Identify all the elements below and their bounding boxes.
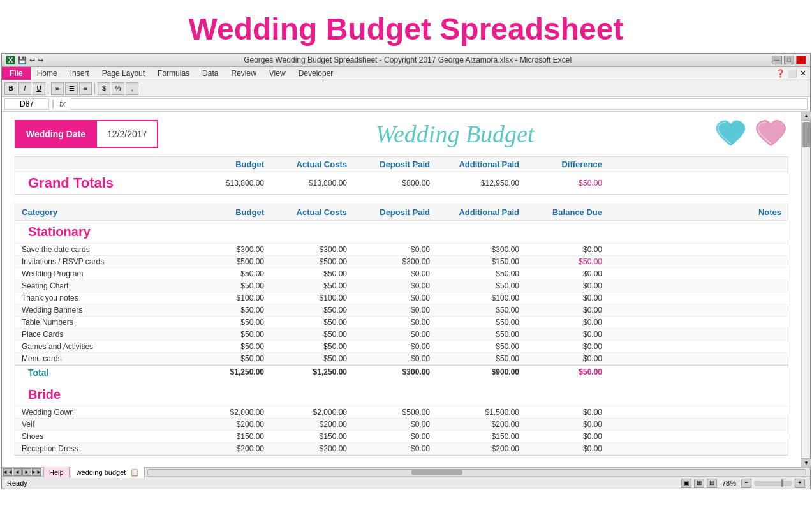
h-scroll-thumb[interactable] — [411, 470, 462, 475]
maximize-button[interactable]: □ — [784, 56, 794, 64]
zoom-controls: ▣ ⊞ ⊟ 78% − + — [681, 479, 805, 488]
comma-button[interactable]: , — [126, 82, 138, 95]
help-tab[interactable]: Help — [43, 466, 70, 477]
row-actual: $500.00 — [277, 257, 360, 266]
formula-bar: | fx — [2, 97, 810, 112]
row-budget: $500.00 — [194, 257, 277, 266]
align-center-button[interactable]: ☰ — [65, 82, 78, 95]
home-menu[interactable]: Home — [31, 67, 64, 80]
stationary-row: Wedding Program $50.00 $50.00 $0.00 $50.… — [15, 268, 788, 280]
scroll-up-arrow[interactable]: ▲ — [802, 112, 811, 121]
ready-status: Ready — [7, 479, 27, 487]
stationary-total-actual: $1,250.00 — [277, 368, 360, 378]
hearts-area — [713, 118, 788, 150]
scroll-thumb[interactable] — [802, 122, 810, 147]
row-deposit: $0.00 — [360, 330, 443, 339]
nav-last-arrow[interactable]: ►► — [32, 468, 41, 476]
row-actual: $50.00 — [277, 354, 360, 363]
italic-button[interactable]: I — [18, 82, 31, 95]
stationary-row: Games and Activities $50.00 $50.00 $0.00… — [15, 341, 788, 353]
row-addl: $1,500.00 — [443, 408, 532, 417]
zoom-slider-thumb[interactable] — [781, 479, 783, 487]
row-deposit: $0.00 — [360, 245, 443, 254]
category-header-row: Category Budget Actual Costs Deposit Pai… — [15, 204, 788, 221]
percent-button[interactable]: % — [112, 82, 124, 95]
redo-icon[interactable]: ↪ — [38, 56, 43, 64]
vertical-scrollbar[interactable]: ▲ ▼ — [801, 112, 810, 467]
developer-menu[interactable]: Developer — [292, 67, 340, 80]
view-normal-button[interactable]: ▣ — [681, 479, 691, 488]
fx-label: fx — [57, 100, 68, 108]
nav-first-arrow[interactable]: ◄◄ — [3, 468, 12, 476]
wedding-budget-tab[interactable]: wedding budget 📋 — [71, 466, 145, 478]
zoom-slider[interactable] — [754, 481, 792, 486]
row-deposit: $0.00 — [360, 354, 443, 363]
view-menu[interactable]: View — [263, 67, 292, 80]
underline-button[interactable]: U — [33, 82, 45, 95]
minimize-button[interactable]: — — [772, 56, 782, 64]
align-right-button[interactable]: ≡ — [79, 82, 92, 95]
wedding-date-value: 12/2/2017 — [96, 121, 157, 147]
bride-row: Shoes $150.00 $150.00 $0.00 $150.00 $0.0… — [15, 431, 788, 443]
window-close-icon[interactable]: ✕ — [800, 69, 806, 78]
view-page-break-button[interactable]: ⊟ — [707, 479, 717, 488]
page-layout-menu[interactable]: Page Layout — [96, 67, 151, 80]
row-name: Thank you notes — [15, 294, 194, 302]
row-balance: $0.00 — [532, 318, 609, 327]
row-notes — [609, 432, 788, 441]
currency-button[interactable]: $ — [98, 82, 110, 95]
row-budget: $200.00 — [194, 444, 277, 453]
row-budget: $50.00 — [194, 342, 277, 351]
review-menu[interactable]: Review — [225, 67, 262, 80]
row-actual: $200.00 — [277, 420, 360, 429]
row-balance: $0.00 — [532, 330, 609, 339]
row-actual: $50.00 — [277, 342, 360, 351]
row-name: Reception Dress — [15, 444, 194, 453]
formulas-menu[interactable]: Formulas — [151, 67, 196, 80]
row-deposit: $0.00 — [360, 342, 443, 351]
grand-totals-header-row: Budget Actual Costs Deposit Paid Additio… — [15, 157, 788, 172]
stationary-row: Table Numbers $50.00 $50.00 $0.00 $50.00… — [15, 317, 788, 329]
title-bar-text: Georges Wedding Budget Spreadsheet - Cop… — [244, 56, 572, 64]
page-title: Wedding Budget Spreadsheet — [0, 0, 812, 53]
row-balance: $50.00 — [532, 257, 609, 266]
data-menu[interactable]: Data — [196, 67, 225, 80]
sheet-nav-arrows[interactable]: ◄◄ ◄ ► ►► — [3, 468, 41, 476]
cat-notes-header: Notes — [609, 207, 788, 217]
horizontal-scrollbar[interactable] — [147, 469, 806, 475]
scroll-down-arrow[interactable]: ▼ — [802, 458, 811, 467]
row-actual: $2,000.00 — [277, 408, 360, 417]
row-name: Shoes — [15, 432, 194, 441]
row-balance: $0.00 — [532, 245, 609, 254]
row-budget: $50.00 — [194, 354, 277, 363]
row-addl: $50.00 — [443, 281, 532, 290]
row-budget: $150.00 — [194, 432, 277, 441]
close-button[interactable]: ✕ — [796, 56, 806, 64]
insert-menu[interactable]: Insert — [64, 67, 96, 80]
bold-button[interactable]: B — [4, 82, 17, 95]
row-balance: $0.00 — [532, 306, 609, 315]
cell-reference-input[interactable] — [4, 98, 49, 110]
row-deposit: $0.00 — [360, 420, 443, 429]
zoom-in-button[interactable]: + — [795, 479, 805, 488]
nav-next-arrow[interactable]: ► — [22, 468, 31, 476]
save-icon[interactable]: 💾 — [18, 56, 27, 64]
window-min-icon[interactable]: ⬜ — [788, 69, 797, 78]
row-balance: $0.00 — [532, 342, 609, 351]
nav-prev-arrow[interactable]: ◄ — [13, 468, 22, 476]
help-icon[interactable]: ❓ — [776, 69, 785, 78]
zoom-out-button[interactable]: − — [741, 479, 751, 488]
toolbar: B I U ≡ ☰ ≡ $ % , — [2, 80, 810, 97]
row-deposit: $0.00 — [360, 444, 443, 453]
row-notes — [609, 342, 788, 351]
row-balance: $0.00 — [532, 354, 609, 363]
file-menu[interactable]: File — [2, 67, 31, 80]
undo-icon[interactable]: ↩ — [29, 56, 35, 64]
row-notes — [609, 420, 788, 429]
window-controls[interactable]: — □ ✕ — [772, 56, 806, 64]
align-left-button[interactable]: ≡ — [51, 82, 64, 95]
row-name: Games and Activities — [15, 342, 194, 351]
view-page-button[interactable]: ⊞ — [694, 479, 704, 488]
formula-input[interactable] — [71, 98, 808, 110]
gt-col-cat-header — [15, 160, 194, 169]
